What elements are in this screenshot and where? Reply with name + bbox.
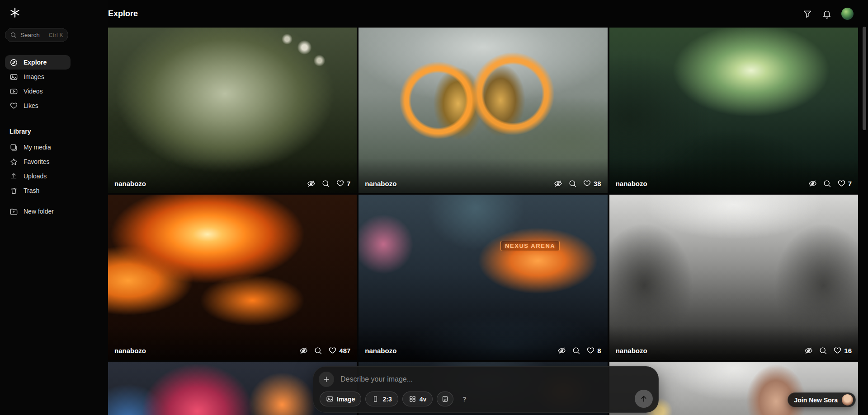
sidebar-item-label: Trash [24, 187, 39, 194]
like-button[interactable]: 7 [837, 179, 852, 188]
search-label: Search [20, 32, 40, 38]
folder-plus-icon [9, 207, 18, 216]
like-button[interactable]: 16 [833, 346, 852, 355]
card-meta: nanabozo 7 [609, 159, 858, 193]
bell-icon [822, 9, 832, 19]
sidebar-item-label: Uploads [24, 173, 47, 180]
sidebar: Search Ctrl K Explore Images Videos Like… [0, 0, 108, 415]
primary-nav: Explore Images Videos Likes [5, 55, 71, 113]
sidebar-item-images[interactable]: Images [5, 70, 71, 84]
sidebar-item-label: Images [24, 73, 44, 80]
openai-logo[interactable] [9, 7, 21, 19]
search-similar-icon[interactable] [572, 346, 580, 355]
video-icon [9, 87, 18, 96]
search-similar-icon[interactable] [823, 179, 831, 188]
sidebar-item-uploads[interactable]: Uploads [5, 169, 71, 183]
eye-off-icon[interactable] [804, 346, 813, 355]
sidebar-item-videos[interactable]: Videos [5, 84, 71, 98]
picture-icon [326, 395, 334, 403]
image-card[interactable]: nanabozo 7 [609, 28, 858, 193]
sidebar-item-trash[interactable]: Trash [5, 183, 71, 198]
variations-label: 4v [420, 396, 427, 403]
card-author[interactable]: nanabozo [616, 180, 647, 187]
eye-off-icon[interactable] [808, 179, 817, 188]
filter-button[interactable] [802, 9, 812, 19]
aspect-ratio-button[interactable]: 2:3 [365, 392, 398, 406]
card-actions: 38 [554, 179, 601, 188]
sidebar-item-explore[interactable]: Explore [5, 55, 71, 70]
user-avatar[interactable] [841, 8, 854, 20]
card-meta: nanabozo 16 [609, 326, 858, 360]
card-actions: 7 [307, 179, 350, 188]
image-card[interactable]: nanabozo 487 [108, 195, 357, 360]
search-shortcut: Ctrl K [49, 32, 63, 38]
heart-icon [586, 346, 595, 355]
sidebar-item-likes[interactable]: Likes [5, 98, 71, 113]
new-folder-button[interactable]: New folder [5, 204, 71, 219]
phone-icon [372, 395, 379, 403]
sora-app: Search Ctrl K Explore Images Videos Like… [0, 0, 868, 415]
star-icon [9, 158, 18, 166]
card-meta: nanabozo 487 [108, 326, 357, 360]
eye-off-icon[interactable] [299, 346, 308, 355]
notifications-button[interactable] [822, 9, 832, 19]
eye-off-icon[interactable] [557, 346, 566, 355]
like-count: 7 [848, 180, 852, 187]
prompt-input[interactable] [340, 375, 652, 384]
page-title: Explore [108, 9, 138, 19]
media-type-button[interactable]: Image [320, 392, 361, 406]
trash-icon [9, 187, 18, 195]
submit-prompt-button[interactable] [635, 390, 653, 408]
image-card[interactable]: nanabozo 7 [108, 28, 357, 193]
like-count: 8 [597, 347, 601, 354]
like-button[interactable]: 38 [583, 179, 601, 188]
heart-icon [9, 102, 18, 110]
search-similar-icon[interactable] [321, 179, 330, 188]
presets-button[interactable] [437, 392, 453, 406]
like-button[interactable]: 487 [328, 346, 350, 355]
compass-icon [9, 58, 18, 67]
search-similar-icon[interactable] [568, 179, 577, 188]
join-new-sora-button[interactable]: Join New Sora [788, 392, 856, 407]
card-meta: nanabozo 7 [108, 159, 357, 193]
card-actions: 7 [808, 179, 852, 188]
help-button[interactable]: ? [458, 392, 471, 406]
scrollbar-thumb[interactable] [863, 27, 866, 130]
media-type-label: Image [337, 396, 355, 403]
sidebar-item-label: Explore [24, 59, 47, 66]
card-author[interactable]: nanabozo [365, 180, 396, 187]
variations-button[interactable]: 4v [402, 392, 433, 406]
search-similar-icon[interactable] [314, 346, 322, 355]
card-author[interactable]: nanabozo [616, 347, 647, 354]
eye-off-icon[interactable] [554, 179, 562, 188]
add-attachment-button[interactable] [319, 372, 334, 387]
card-meta: nanabozo 8 [359, 326, 607, 360]
image-card[interactable]: NEXUS ARENA nanabozo [359, 195, 607, 360]
composer-options-row: Image 2:3 4v ? [319, 392, 652, 406]
search-similar-icon[interactable] [819, 346, 827, 355]
like-button[interactable]: 8 [586, 346, 601, 355]
eye-off-icon[interactable] [307, 179, 316, 188]
card-author[interactable]: nanabozo [114, 180, 146, 187]
join-label: Join New Sora [794, 396, 838, 404]
aspect-ratio-label: 2:3 [382, 396, 392, 403]
sidebar-item-my-media[interactable]: My media [5, 140, 71, 154]
card-meta: nanabozo 38 [359, 159, 607, 193]
scrollbar[interactable] [862, 0, 867, 415]
sidebar-item-label: Videos [24, 88, 43, 95]
card-author[interactable]: nanabozo [114, 347, 146, 354]
sidebar-item-favorites[interactable]: Favorites [5, 154, 71, 169]
prompt-composer: Image 2:3 4v ? [313, 366, 659, 413]
sidebar-item-label: My media [24, 144, 51, 151]
image-card[interactable]: nanabozo 16 [609, 195, 858, 360]
like-button[interactable]: 7 [336, 179, 350, 188]
card-author[interactable]: nanabozo [365, 347, 396, 354]
search-input[interactable]: Search Ctrl K [5, 28, 68, 42]
heart-icon [328, 346, 337, 355]
top-actions [802, 8, 854, 20]
search-icon [10, 32, 17, 38]
like-count: 487 [339, 347, 350, 354]
image-card[interactable]: nanabozo 38 [359, 28, 607, 193]
heart-icon [837, 179, 846, 188]
library-header: Library [9, 128, 31, 135]
